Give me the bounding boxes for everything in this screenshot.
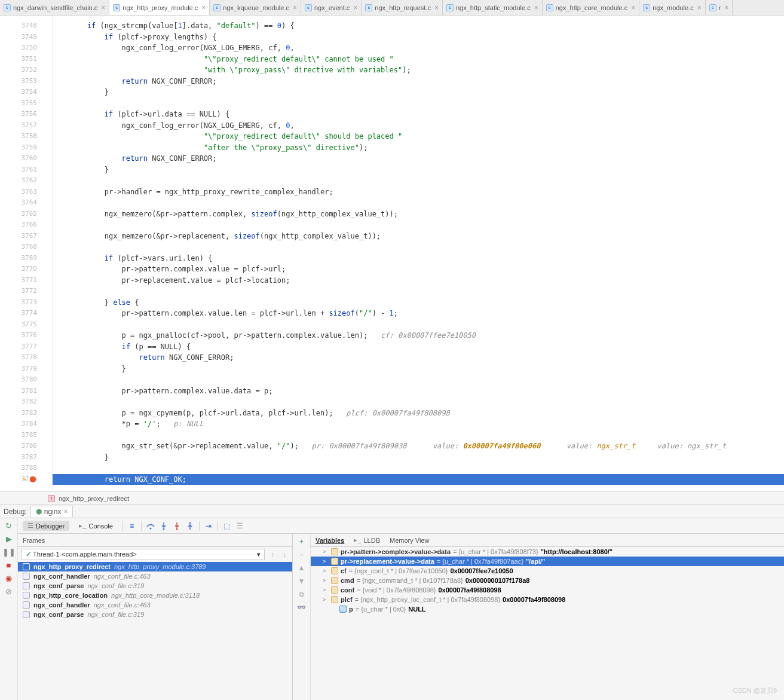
code-line[interactable]: if (plcf->proxy_lengths) {: [53, 32, 784, 43]
code-line[interactable]: [53, 319, 784, 331]
console-tab[interactable]: ▸_Console: [74, 521, 117, 531]
variable-row[interactable]: >plcf = {ngx_http_proxy_loc_conf_t * | 0…: [311, 595, 784, 604]
code-line[interactable]: pr->pattern.complex.value.data = p;: [53, 386, 784, 397]
chevron-right-icon[interactable]: >: [323, 597, 329, 603]
close-icon[interactable]: ×: [534, 4, 538, 12]
code-line[interactable]: return NGX_CONF_ERROR;: [53, 76, 784, 87]
run-to-cursor-icon[interactable]: ⇥: [204, 522, 213, 530]
code-line[interactable]: ngx_memzero(&pr->pattern.complex, sizeof…: [53, 209, 784, 220]
frame-item[interactable]: ngx_conf_handler ngx_conf_file.c:463: [18, 571, 292, 581]
code-line[interactable]: [53, 463, 784, 474]
code-line[interactable]: } else {: [53, 297, 784, 308]
threads-icon[interactable]: ≡: [128, 522, 136, 530]
chevron-right-icon[interactable]: >: [323, 549, 329, 555]
close-icon[interactable]: ×: [353, 4, 357, 12]
editor-tab[interactable]: cngx_kqueue_module.c×: [210, 0, 301, 15]
code-line[interactable]: [53, 175, 784, 187]
code-line[interactable]: if (plcf->vars.uri.len) {: [53, 253, 784, 264]
code-line[interactable]: [53, 219, 784, 231]
step-out-icon[interactable]: [186, 522, 194, 530]
frame-up-icon[interactable]: ↑: [268, 551, 277, 559]
rerun-icon[interactable]: ↻: [4, 521, 14, 530]
close-icon[interactable]: ×: [724, 4, 728, 12]
debugger-tab[interactable]: ☰Debugger: [23, 521, 69, 531]
code-content[interactable]: if (ngx_strcmp(value[1].data, "default")…: [53, 16, 784, 491]
close-icon[interactable]: ×: [631, 4, 635, 12]
editor-tab[interactable]: cngx_http_core_module.c×: [543, 0, 639, 15]
resume-icon[interactable]: ▶: [4, 534, 14, 543]
editor-tab[interactable]: cr×: [706, 0, 733, 15]
copy-icon[interactable]: ⧉: [299, 590, 304, 598]
frame-item[interactable]: ngx_http_core_location ngx_http_core_mod…: [18, 591, 292, 600]
pause-icon[interactable]: ❚❚: [4, 547, 14, 557]
code-line[interactable]: pr->pattern.complex.value = plcf->url;: [53, 264, 784, 275]
frame-down-icon[interactable]: ↓: [280, 551, 289, 559]
code-line[interactable]: [53, 242, 784, 253]
glasses-icon[interactable]: 👓: [297, 603, 306, 612]
code-line[interactable]: return NGX_CONF_OK;: [53, 474, 784, 485]
remove-watch-icon[interactable]: −: [299, 551, 304, 559]
code-line[interactable]: }: [53, 452, 784, 463]
debug-session-tab[interactable]: ⬢ nginx ×: [30, 506, 74, 517]
code-line[interactable]: }: [53, 164, 784, 176]
chevron-right-icon[interactable]: >: [323, 587, 329, 593]
memory-view-tab[interactable]: Memory View: [390, 537, 429, 544]
code-line[interactable]: pr->pattern.complex.value.len = plcf->ur…: [53, 308, 784, 319]
code-line[interactable]: pr->handler = ngx_http_proxy_rewrite_com…: [53, 187, 784, 198]
variable-row[interactable]: >pr->replacement->value->data = {u_char …: [311, 557, 784, 566]
code-line[interactable]: [53, 286, 784, 297]
close-icon[interactable]: ×: [201, 4, 206, 12]
editor-tab[interactable]: cngx_event.c×: [301, 0, 362, 15]
frame-item[interactable]: ngx_conf_handler ngx_conf_file.c:463: [18, 600, 292, 610]
frame-item[interactable]: ngx_conf_parse ngx_conf_file.c:319: [18, 581, 292, 591]
frame-item[interactable]: ngx_http_proxy_redirect ngx_http_proxy_m…: [18, 562, 292, 571]
add-watch-icon[interactable]: +: [299, 537, 304, 546]
code-line[interactable]: [53, 98, 784, 109]
code-line[interactable]: p = ngx_pnalloc(cf->pool, pr->pattern.co…: [53, 330, 784, 341]
code-line[interactable]: "\"proxy_redirect default\" cannot be us…: [53, 54, 784, 65]
code-line[interactable]: return NGX_CONF_ERROR;: [53, 352, 784, 363]
code-line[interactable]: ngx_conf_log_error(NGX_LOG_EMERG, cf, 0,: [53, 42, 784, 54]
editor-tab[interactable]: cngx_darwin_sendfile_chain.c×: [0, 0, 109, 15]
code-line[interactable]: [53, 374, 784, 386]
step-over-icon[interactable]: [146, 522, 155, 530]
close-icon[interactable]: ×: [63, 508, 68, 516]
variable-row[interactable]: >cmd = {ngx_command_t * | 0x107f178a8} 0…: [311, 576, 784, 585]
step-into-icon[interactable]: [160, 522, 168, 530]
code-line[interactable]: ngx_str_set(&pr->replacement.value, "/")…: [53, 441, 784, 452]
view-breakpoints-icon[interactable]: ◉: [4, 573, 14, 583]
close-icon[interactable]: ×: [697, 4, 702, 12]
code-line[interactable]: "after the \"proxy_pass\" directive");: [53, 142, 784, 154]
variable-row[interactable]: >cf = {ngx_conf_t * | 0x7ffee7e10050} 0x…: [311, 566, 784, 576]
code-line[interactable]: }: [53, 87, 784, 98]
editor-tab[interactable]: cngx_module.c×: [639, 0, 706, 15]
thread-selector[interactable]: ✓ Thread-1-<com.apple.main-thread> ▾: [22, 549, 265, 560]
variable-row[interactable]: >conf = {void * | 0x7fa49f808098} 0x0000…: [311, 585, 784, 595]
chevron-right-icon[interactable]: >: [323, 558, 329, 564]
code-line[interactable]: if (plcf->url.data == NULL) {: [53, 109, 784, 120]
frame-item[interactable]: ngx_conf_parse ngx_conf_file.c:319: [18, 610, 292, 619]
code-line[interactable]: return NGX_CONF_ERROR;: [53, 153, 784, 164]
mute-breakpoints-icon[interactable]: ⊘: [4, 586, 14, 596]
more-icon[interactable]: ☰: [236, 522, 244, 530]
code-line[interactable]: *p = '/'; p: NULL: [53, 418, 784, 430]
code-line[interactable]: pr->replacement.value = plcf->location;: [53, 275, 784, 286]
code-line[interactable]: ngx_conf_log_error(NGX_LOG_EMERG, cf, 0,: [53, 120, 784, 132]
editor-tab[interactable]: cngx_http_request.c×: [362, 0, 443, 15]
code-line[interactable]: "\"proxy_redirect default\" should be pl…: [53, 131, 784, 142]
breadcrumb[interactable]: f ngx_http_proxy_redirect: [0, 491, 784, 505]
code-line[interactable]: [53, 430, 784, 441]
lldb-tab[interactable]: ▸_LLDB: [354, 536, 380, 544]
code-line[interactable]: ngx_memzero(&pr->replacement, sizeof(ngx…: [53, 231, 784, 242]
code-line[interactable]: [53, 396, 784, 408]
close-icon[interactable]: ×: [101, 4, 105, 12]
code-line[interactable]: }: [53, 363, 784, 375]
code-line[interactable]: [53, 197, 784, 209]
evaluate-expression-icon[interactable]: ⬚: [223, 522, 231, 530]
close-icon[interactable]: ×: [434, 4, 439, 12]
close-icon[interactable]: ×: [293, 4, 297, 12]
up-icon[interactable]: ▲: [298, 564, 305, 572]
force-step-into-icon[interactable]: [173, 522, 181, 530]
code-line[interactable]: if (ngx_strcmp(value[1].data, "default")…: [53, 20, 784, 32]
down-icon[interactable]: ▼: [298, 577, 305, 585]
